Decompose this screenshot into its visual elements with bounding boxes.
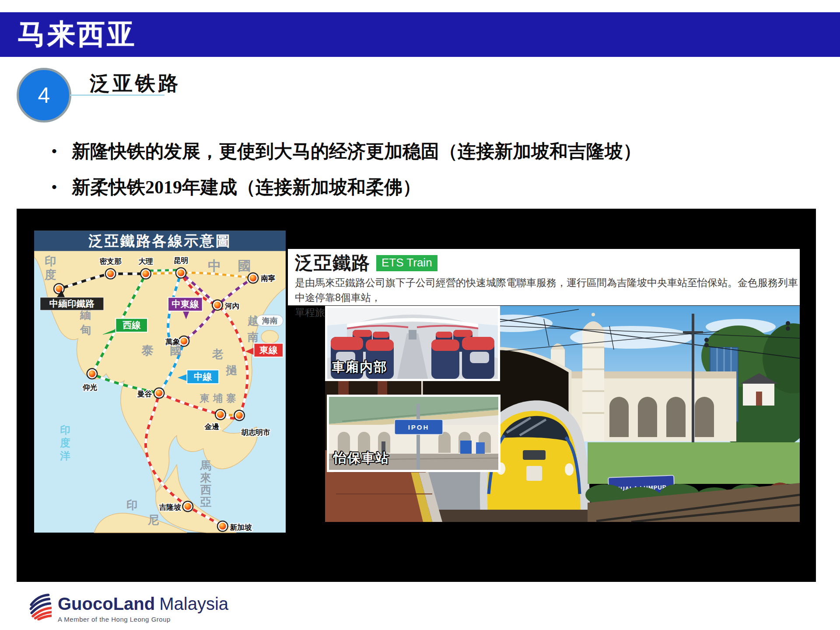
page-title: 马来西亚 — [18, 12, 136, 57]
svg-text:洋: 洋 — [60, 450, 70, 462]
svg-text:新加坡: 新加坡 — [229, 523, 252, 532]
city-marker — [176, 268, 186, 278]
svg-text:老: 老 — [212, 348, 224, 360]
svg-text:馬: 馬 — [200, 459, 212, 472]
svg-text:仰光: 仰光 — [82, 383, 98, 392]
svg-text:昆明: 昆明 — [174, 256, 188, 265]
section-number-badge: 4 — [17, 68, 71, 122]
svg-text:中東線: 中東線 — [172, 299, 200, 309]
svg-text:度: 度 — [60, 437, 70, 448]
city-marker — [140, 269, 151, 279]
guocoland-logo-icon — [27, 592, 52, 620]
svg-text:來: 來 — [200, 472, 212, 484]
station-pole — [416, 404, 420, 469]
city-marker — [154, 388, 164, 399]
svg-text:泰: 泰 — [141, 343, 153, 357]
interior-photo: 車廂内部 — [325, 306, 500, 381]
station-photo: IPOH 怡保車站 — [327, 395, 500, 472]
city-marker — [87, 369, 98, 379]
svg-text:亞: 亞 — [200, 496, 212, 508]
svg-text:吉隆坡: 吉隆坡 — [159, 503, 182, 511]
ipoh-sign: IPOH — [395, 420, 443, 434]
station-photo-label: 怡保車站 — [333, 449, 389, 467]
svg-text:尼: 尼 — [147, 514, 159, 526]
bullet-item: 新柔快铁2019年建成（连接新加坡和柔佛） — [52, 175, 708, 200]
svg-text:密支那: 密支那 — [100, 257, 122, 266]
svg-text:IPOH: IPOH — [408, 424, 430, 431]
section-title: 泛亚铁路 — [90, 70, 181, 97]
city-marker — [217, 521, 228, 532]
logo-tagline: A Member of the Hong Leong Group — [58, 616, 228, 623]
section-number: 4 — [38, 83, 50, 108]
svg-text:胡志明市: 胡志明市 — [241, 428, 270, 437]
map-hainan-label: 海南 — [256, 315, 283, 326]
bullet-item: 新隆快铁的发展，更使到大马的经济更加稳固（连接新加坡和吉隆坡） — [52, 139, 708, 164]
svg-text:撾: 撾 — [226, 364, 238, 376]
company-logo: GuocoLandMalaysia A Member of the Hong L… — [27, 592, 228, 623]
svg-text:西: 西 — [200, 483, 212, 496]
card-title: 泛亞鐵路 — [295, 251, 370, 275]
svg-text:中線: 中線 — [194, 371, 213, 382]
city-marker — [212, 300, 223, 311]
svg-text:印: 印 — [60, 424, 70, 436]
logo-text: GuocoLandMalaysia — [58, 594, 228, 614]
interior-photo-label: 車廂内部 — [332, 358, 388, 376]
svg-text:曼谷: 曼谷 — [137, 390, 153, 398]
city-marker — [183, 501, 193, 512]
bullet-text: 新隆快铁的发展，更使到大马的经济更加稳固（连接新加坡和吉隆坡） — [72, 141, 641, 161]
city-marker — [215, 410, 226, 420]
logo-brand-bold: GuocoLand — [58, 594, 155, 613]
svg-text:河內: 河內 — [224, 302, 239, 310]
svg-text:國: 國 — [238, 258, 251, 273]
svg-text:南: 南 — [247, 331, 259, 343]
svg-text:南寧: 南寧 — [261, 274, 276, 283]
city-marker — [105, 269, 116, 279]
railway-map: 印 度 中 國 緬 甸 泰 國 老 撾 越 南 柬埔寨 馬 來 西 亞 印 尼 … — [34, 228, 286, 535]
svg-text:東線: 東線 — [259, 345, 278, 355]
city-marker — [234, 410, 245, 421]
map-image: 印 度 中 國 緬 甸 泰 國 老 撾 越 南 柬埔寨 馬 來 西 亞 印 尼 … — [34, 228, 286, 535]
svg-text:金邊: 金邊 — [204, 423, 220, 431]
svg-text:度: 度 — [44, 268, 56, 281]
content-panel: 印 度 中 國 緬 甸 泰 國 老 撾 越 南 柬埔寨 馬 來 西 亞 印 尼 … — [17, 209, 816, 582]
info-card: 泛亞鐵路 ETS Train 是由馬來亞鐵路公司旗下子公司經營的快速城際電聯車服… — [288, 249, 800, 305]
card-description-line1: 是由馬來亞鐵路公司旗下子公司經營的快速城際電聯車服務，運行區間為吉隆坡中央車站至… — [295, 275, 800, 305]
map-title: 泛亞鐵路各線示意圖 — [88, 233, 231, 249]
svg-text:西線: 西線 — [122, 320, 141, 330]
city-marker — [179, 336, 189, 346]
map-hainan-island — [261, 330, 278, 343]
svg-text:中: 中 — [208, 258, 221, 273]
svg-text:甸: 甸 — [80, 324, 91, 336]
svg-text:大理: 大理 — [138, 257, 153, 266]
svg-text:海南: 海南 — [262, 316, 278, 325]
bullet-text: 新柔快铁2019年建成（连接新加坡和柔佛） — [72, 177, 421, 197]
ets-train-badge: ETS Train — [376, 255, 438, 271]
header-bar: 马来西亚 — [0, 12, 840, 57]
svg-text:中緬印鐵路: 中緬印鐵路 — [49, 298, 94, 308]
logo-brand-regular: Malaysia — [159, 594, 228, 613]
svg-text:印: 印 — [45, 255, 56, 268]
svg-text:印: 印 — [126, 499, 138, 511]
city-marker — [248, 273, 259, 284]
svg-text:萬象: 萬象 — [165, 338, 180, 346]
bullet-list: 新隆快铁的发展，更使到大马的经济更加稳固（连接新加坡和吉隆坡） 新柔快铁2019… — [52, 139, 708, 211]
svg-text:柬埔寨: 柬埔寨 — [199, 393, 239, 404]
